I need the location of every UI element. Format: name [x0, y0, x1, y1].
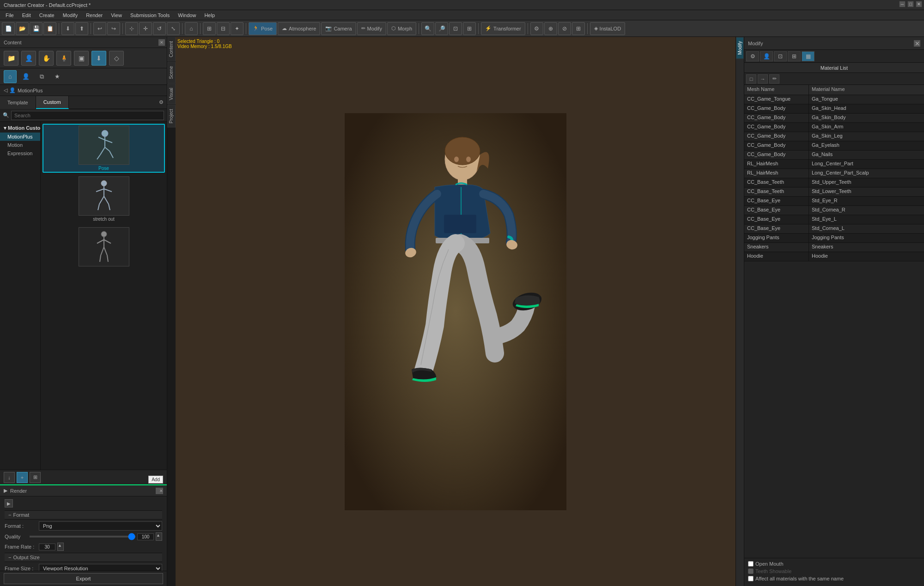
home-icon-btn[interactable]: ⌂ [4, 70, 17, 83]
transformer-button[interactable]: ⚡ Transformer [481, 22, 525, 35]
save-file-button[interactable]: 💾 [30, 22, 43, 35]
table-row[interactable]: RL_HairMesh Long_Center_Part_Scalp [744, 169, 924, 178]
btn1[interactable]: ⚙ [530, 22, 543, 35]
content-down-button[interactable]: ↓ [4, 472, 15, 483]
table-row[interactable]: CC_Base_Eye Std_Cornea_R [744, 206, 924, 215]
grid-button[interactable]: ⊟ [217, 22, 230, 35]
table-row[interactable]: CC_Game_Body Ga_Nails [744, 151, 924, 160]
table-row[interactable]: CC_Game_Body Ga_Eyelash [744, 141, 924, 151]
table-row[interactable]: CC_Base_Eye Std_Eye_R [744, 197, 924, 206]
restore-button[interactable]: □ [907, 1, 914, 7]
scene-vtab[interactable]: Scene [167, 62, 176, 83]
table-row[interactable]: CC_Game_Body Ga_Skin_Leg [744, 132, 924, 141]
modify-vtab[interactable]: Modify [736, 37, 744, 59]
atmosphere-mode-button[interactable]: ☁ Atmosphere [278, 22, 320, 35]
content-adjust-button[interactable]: ⊞ [30, 472, 41, 483]
breadcrumb-back-btn[interactable]: ◁ [4, 87, 7, 93]
menu-window[interactable]: Window [174, 12, 200, 19]
content-icon-shape[interactable]: ◇ [109, 51, 124, 66]
table-row[interactable]: CC_Game_Body Ga_Skin_Arm [744, 123, 924, 132]
save-as-button[interactable]: 📋 [43, 22, 56, 35]
framerate-spin[interactable]: ▲ [57, 543, 64, 551]
output-size-section-header[interactable]: − Output Size [5, 553, 162, 562]
table-row[interactable]: CC_Game_Tongue Ga_Tongue [744, 95, 924, 104]
content-add-button[interactable]: + [17, 472, 28, 483]
table-row[interactable]: Hoodie Hoodie [744, 252, 924, 261]
redo-button[interactable]: ↪ [107, 22, 120, 35]
quality-spin[interactable]: ▲ [156, 532, 162, 541]
export-button[interactable]: ⬆ [75, 22, 88, 35]
menu-modify[interactable]: Modify [59, 12, 81, 19]
content-close-button[interactable]: ✕ [158, 39, 165, 46]
search-input[interactable] [11, 111, 164, 120]
content-icon-folder[interactable]: 📁 [4, 51, 18, 66]
menu-help[interactable]: Help [201, 12, 219, 19]
layers-icon-btn[interactable]: ⧉ [35, 70, 48, 83]
table-row[interactable]: Sneakers Sneakers [744, 243, 924, 252]
modify-mode-button[interactable]: ✏ Modify [357, 22, 386, 35]
content-icon-figure[interactable]: 👤 [21, 51, 36, 66]
render-close-button[interactable]: ✕ [156, 488, 163, 494]
frame-button[interactable]: ⊞ [203, 22, 216, 35]
scale-button[interactable]: ⤡ [167, 22, 180, 35]
tree-item-motion[interactable]: Motion [0, 141, 40, 149]
teeth-showable-checkbox[interactable] [748, 568, 754, 574]
quality-value[interactable] [137, 533, 154, 540]
btn4[interactable]: ⊞ [572, 22, 585, 35]
pose-mode-button[interactable]: 🏃 Pose [249, 22, 277, 35]
home-view-button[interactable]: ⌂ [185, 22, 198, 35]
custom-tab[interactable]: Custom [36, 96, 69, 109]
modify-tab-settings[interactable]: ⚙ [746, 51, 759, 61]
quality-slider[interactable] [30, 536, 135, 538]
table-row[interactable]: CC_Base_Teeth Std_Upper_Teeth [744, 178, 924, 187]
zoom-out-button[interactable]: 🔎 [435, 22, 448, 35]
table-row[interactable]: RL_HairMesh Long_Center_Part [744, 160, 924, 169]
content-icon-hand[interactable]: ✋ [39, 51, 54, 66]
btn2[interactable]: ⊕ [544, 22, 557, 35]
zoom-in-button[interactable]: 🔍 [421, 22, 434, 35]
affect-all-materials-checkbox[interactable] [748, 576, 754, 581]
tree-item-motion-custom[interactable]: ▾ Motion Custom [0, 124, 40, 133]
frame-size-select[interactable]: Viewport Resolution Custom [39, 564, 162, 571]
export-render-button[interactable]: Export [4, 573, 163, 584]
modify-tab-person[interactable]: 👤 [760, 51, 773, 61]
camera-mode-button[interactable]: 📷 Camera [321, 22, 356, 35]
close-button[interactable]: ✕ [916, 1, 922, 7]
minimize-button[interactable]: ─ [899, 1, 906, 7]
thumbnail-stretch-out[interactable]: stretch out [43, 175, 165, 224]
table-row[interactable]: CC_Base_Teeth Std_Lower_Teeth [744, 187, 924, 197]
template-tab[interactable]: Template [0, 96, 36, 109]
table-row[interactable]: CC_Game_Body Ga_Skin_Body [744, 114, 924, 123]
play-button[interactable]: ▶ [5, 499, 13, 507]
menu-edit[interactable]: Edit [18, 12, 35, 19]
mat-tb-pencil[interactable]: ✏ [769, 74, 779, 84]
tree-item-expression[interactable]: Expression [0, 149, 40, 157]
light-button[interactable]: ✦ [231, 22, 243, 35]
open-file-button[interactable]: 📂 [16, 22, 29, 35]
star-icon-btn[interactable]: ★ [51, 70, 64, 83]
instalod-button[interactable]: ◈ InstaLOD [590, 22, 625, 35]
undo-button[interactable]: ↩ [93, 22, 106, 35]
wireframe-button[interactable]: ⊞ [463, 22, 476, 35]
viewport[interactable]: Selected Triangle : 0 Video Memory : 1.5… [176, 37, 736, 586]
move-button[interactable]: ✛ [139, 22, 152, 35]
mat-tb-square[interactable]: □ [746, 74, 756, 84]
modify-tab-body[interactable]: ⊡ [774, 51, 787, 61]
content-icon-body[interactable]: 🧍 [56, 51, 71, 66]
format-section-header[interactable]: − Format [5, 510, 162, 520]
project-vtab[interactable]: Project [167, 105, 176, 127]
table-row[interactable]: Jogging Pants Jogging Pants [744, 234, 924, 243]
mat-tb-arrow[interactable]: → [758, 74, 768, 84]
table-row[interactable]: CC_Base_Eye Std_Eye_L [744, 215, 924, 224]
thumbnail-pose[interactable]: Pose [43, 124, 165, 173]
tab-settings-btn[interactable]: ⚙ [158, 99, 165, 106]
open-mouth-checkbox[interactable] [748, 561, 754, 567]
right-panel-close[interactable]: ✕ [914, 40, 920, 47]
menu-submission-tools[interactable]: Submission Tools [127, 12, 173, 19]
rotate-button[interactable]: ↺ [153, 22, 166, 35]
tree-item-motionplus[interactable]: MotionPlus [0, 133, 40, 141]
person-icon-btn[interactable]: 👤 [19, 70, 32, 83]
btn3[interactable]: ⊘ [558, 22, 571, 35]
table-row[interactable]: CC_Base_Eye Std_Cornea_L [744, 224, 924, 234]
import-button[interactable]: ⬇ [61, 22, 74, 35]
